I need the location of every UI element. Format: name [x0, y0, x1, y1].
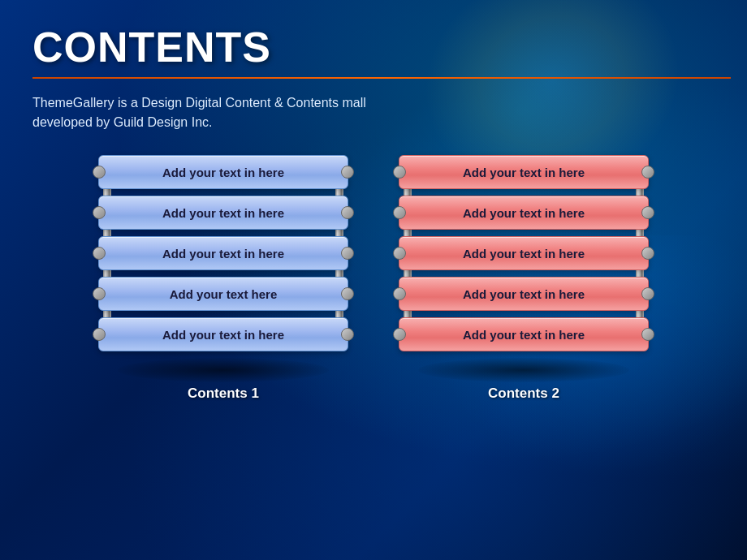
- subtitle-text: ThemeGallery is a Design Digital Content…: [32, 93, 422, 132]
- column-1-label: Contents 1: [188, 386, 259, 402]
- column-1: Add your text in hereAdd your text in he…: [85, 155, 361, 402]
- bar-col1-3: Add your text here: [98, 277, 348, 311]
- bar-col2-1: Add your text in here: [399, 196, 649, 230]
- bar-col2-3: Add your text in here: [399, 277, 649, 311]
- bar-col2-4: Add your text in here: [399, 317, 649, 351]
- bars-container-2: Add your text in hereAdd your text in he…: [394, 155, 654, 351]
- bars-container-1: Add your text in hereAdd your text in he…: [93, 155, 353, 351]
- column-2: Add your text in hereAdd your text in he…: [386, 155, 662, 402]
- bar-col1-1: Add your text in here: [98, 196, 348, 230]
- bar-col2-0: Add your text in here: [399, 155, 649, 189]
- page-title: CONTENTS: [32, 24, 715, 71]
- bar-col1-4: Add your text in here: [98, 317, 348, 351]
- column-2-label: Contents 2: [488, 386, 559, 402]
- pole-frame-2: Add your text in hereAdd your text in he…: [394, 155, 654, 351]
- title-divider: [32, 77, 731, 79]
- columns-container: Add your text in hereAdd your text in he…: [32, 155, 715, 402]
- bar-col1-0: Add your text in here: [98, 155, 348, 189]
- bar-col1-2: Add your text in here: [98, 236, 348, 270]
- pole-frame-1: Add your text in hereAdd your text in he…: [93, 155, 353, 351]
- base-oval-1: [118, 358, 329, 382]
- bar-col2-2: Add your text in here: [399, 236, 649, 270]
- page-content: CONTENTS ThemeGallery is a Design Digita…: [0, 0, 747, 560]
- base-oval-2: [418, 358, 629, 382]
